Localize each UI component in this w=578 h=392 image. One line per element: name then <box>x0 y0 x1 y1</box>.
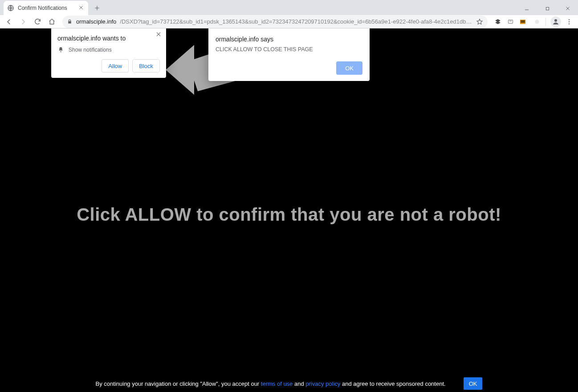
extension-icon-2[interactable] <box>506 18 514 26</box>
svg-point-8 <box>569 19 570 20</box>
url-path: /DSXD?tag_id=737122&sub_id1=pdsk_1365143… <box>120 18 472 25</box>
close-tab-icon[interactable] <box>78 5 85 11</box>
toolbar-divider <box>545 18 546 26</box>
javascript-alert-dialog: ormalsciple.info says CLICK ALLOW TO CLO… <box>208 28 370 81</box>
extension-icon-1[interactable] <box>494 18 502 26</box>
browser-toolbar: ormalsciple.info /DSXD?tag_id=737122&sub… <box>0 15 578 28</box>
notification-permission-prompt: ormalsciple.info wants to Show notificat… <box>51 28 166 78</box>
cookie-consent-bar: By continuing your navigation or clickin… <box>0 375 578 392</box>
new-tab-button[interactable] <box>91 2 103 14</box>
url-host: ormalsciple.info <box>76 18 116 25</box>
permission-item: Show notifications <box>57 46 160 53</box>
permission-origin: ormalsciple.info wants to <box>57 35 160 42</box>
home-button[interactable] <box>45 16 58 28</box>
window-maximize-button[interactable] <box>537 2 558 15</box>
extension-icon-4[interactable] <box>533 18 541 26</box>
block-button[interactable]: Block <box>132 59 160 73</box>
alert-message: CLICK ALLOW TO CLOSE THIS PAGE <box>216 46 362 53</box>
address-bar[interactable]: ormalsciple.info /DSXD?tag_id=737122&sub… <box>62 16 488 28</box>
extension-icons <box>492 18 529 26</box>
svg-point-9 <box>569 21 570 22</box>
svg-rect-4 <box>521 20 525 21</box>
svg-rect-5 <box>521 22 525 22</box>
tab-title: Confirm Notifications <box>18 5 75 11</box>
bookmark-star-icon[interactable] <box>476 18 483 25</box>
page-viewport: ormalsciple.info wants to Show notificat… <box>0 28 578 392</box>
browser-tab[interactable]: Confirm Notifications <box>4 1 88 15</box>
forward-button[interactable] <box>17 16 29 28</box>
reload-button[interactable] <box>31 16 44 28</box>
browser-titlebar: Confirm Notifications <box>0 0 578 15</box>
window-close-button[interactable] <box>558 2 578 15</box>
allow-button[interactable]: Allow <box>102 59 129 73</box>
cookie-text: By continuing your navigation or clickin… <box>96 380 446 387</box>
page-hero-text: Click ALLOW to confirm that you are not … <box>0 205 578 225</box>
svg-point-10 <box>569 23 570 24</box>
alert-ok-button[interactable]: OK <box>336 61 362 75</box>
extension-icon-3[interactable] <box>519 18 527 26</box>
svg-point-7 <box>554 19 557 22</box>
back-button[interactable] <box>3 16 15 28</box>
svg-rect-2 <box>508 20 513 24</box>
alert-origin: ormalsciple.info says <box>216 36 362 43</box>
permission-item-label: Show notifications <box>69 47 112 53</box>
terms-of-use-link[interactable]: terms of use <box>261 380 293 387</box>
svg-point-6 <box>535 20 539 24</box>
browser-menu-button[interactable] <box>563 16 575 28</box>
profile-avatar-icon[interactable] <box>550 16 561 27</box>
privacy-policy-link[interactable]: privacy policy <box>305 380 340 387</box>
bell-icon <box>57 46 64 53</box>
cookie-ok-button[interactable]: OK <box>464 377 483 390</box>
globe-icon <box>7 4 14 12</box>
window-controls <box>517 2 578 15</box>
svg-rect-1 <box>546 7 549 10</box>
close-icon[interactable] <box>155 31 163 38</box>
window-minimize-button[interactable] <box>517 2 537 15</box>
lock-icon <box>67 19 73 24</box>
